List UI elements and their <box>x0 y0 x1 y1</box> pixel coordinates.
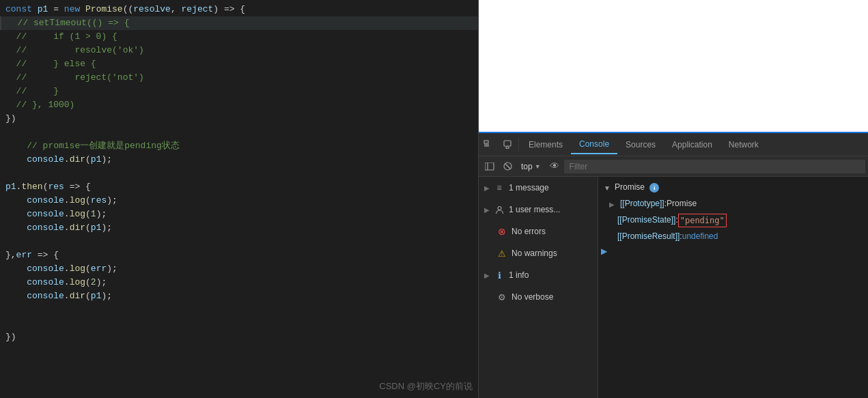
promise-state-key: [[PromiseState]] <box>617 214 675 226</box>
svg-rect-5 <box>485 162 494 170</box>
promise-result-val: undefined <box>682 230 718 242</box>
svg-line-8 <box>505 164 510 169</box>
code-line: // setTimeout(() => { <box>0 16 478 30</box>
devtools-toolbar: Elements Console Sources Application Net… <box>479 132 868 156</box>
code-line: console.log(err); <box>0 262 478 276</box>
code-line: }) <box>0 112 478 126</box>
messages-icon: ≡ <box>494 182 505 193</box>
prototype-val: Promise <box>667 197 697 210</box>
code-content: const p1 = new Promise((resolve, reject)… <box>0 0 478 347</box>
code-line <box>0 235 478 248</box>
tab-network[interactable]: Network <box>720 136 767 154</box>
code-line: // } else { <box>0 57 478 71</box>
devtools-viewport <box>479 0 868 132</box>
expand-arrow: ▶ <box>484 184 490 192</box>
promise-result-line: [[PromiseResult]] : undefined <box>598 229 868 244</box>
code-line <box>0 126 478 139</box>
tab-sources[interactable]: Sources <box>617 136 664 154</box>
console-sidebar: ▶ ≡ 1 message ▶ 1 user mess... ⊗ No <box>479 177 598 398</box>
expand-prototype-btn[interactable]: ▶ <box>609 197 617 211</box>
code-line: // resolve('ok') <box>0 44 478 57</box>
expand-promise-btn[interactable]: ▼ <box>604 181 612 195</box>
promise-state-val: "pending" <box>678 214 727 227</box>
errors-icon: ⊗ <box>496 226 507 237</box>
filter-input[interactable] <box>564 160 865 173</box>
level-selector[interactable]: top ▼ <box>517 160 545 173</box>
svg-rect-3 <box>504 141 511 146</box>
console-body: ▶ ≡ 1 message ▶ 1 user mess... ⊗ No <box>479 177 868 398</box>
prototype-line: ▶ [[Prototype]] : Promise <box>598 196 868 212</box>
sidebar-item-info[interactable]: ▶ ℹ 1 info <box>479 264 598 286</box>
device-icon[interactable] <box>498 135 517 154</box>
expand-arrow: ▶ <box>484 206 490 214</box>
sidebar-info-label: 1 info <box>509 270 529 280</box>
code-line: },err => { <box>0 248 478 262</box>
sidebar-messages-label: 1 message <box>509 183 549 193</box>
user-messages-icon <box>494 204 505 215</box>
prototype-key: [[Prototype]] <box>620 197 664 210</box>
svg-rect-4 <box>506 147 509 149</box>
code-line: // } <box>0 85 478 98</box>
code-line: console.dir(p1); <box>0 289 478 303</box>
code-line: }) <box>0 330 478 344</box>
verbose-icon: ⚙ <box>496 292 507 302</box>
info-icon: ℹ <box>494 270 505 281</box>
code-line <box>0 303 478 317</box>
promise-state-line: [[PromiseState]] : "pending" <box>598 212 868 229</box>
code-line: console.log(2); <box>0 276 478 289</box>
code-line: // if (1 > 0) { <box>0 30 478 44</box>
promise-label: Promise <box>615 182 645 192</box>
tab-console[interactable]: Console <box>571 135 617 154</box>
eye-icon-btn[interactable]: 👁 <box>546 158 563 175</box>
sidebar-toggle-btn[interactable] <box>481 158 498 175</box>
code-line: p1.then(res => { <box>0 180 478 194</box>
promise-result-key: [[PromiseResult]] <box>617 230 680 242</box>
devtools-panel: Elements Console Sources Application Net… <box>478 0 868 398</box>
code-line: // reject('not') <box>0 71 478 85</box>
code-line: const p1 = new Promise((resolve, reject)… <box>0 3 478 16</box>
sidebar-item-warnings[interactable]: ⚠ No warnings <box>479 242 598 264</box>
code-line: console.dir(p1); <box>0 221 478 235</box>
code-line <box>0 317 478 330</box>
tab-application[interactable]: Application <box>664 136 720 154</box>
code-line: // }, 1000) <box>0 98 478 112</box>
code-line: console.log(res); <box>0 194 478 208</box>
right-arrow-icon: ▶ <box>601 245 607 257</box>
sidebar-item-verbose[interactable]: ⚙ No verbose <box>479 286 598 308</box>
sidebar-warnings-label: No warnings <box>512 248 557 258</box>
svg-rect-0 <box>484 141 488 143</box>
sidebar-item-user-messages[interactable]: ▶ 1 user mess... <box>479 199 598 221</box>
csdn-watermark: CSDN @初映CY的前说 <box>379 380 473 393</box>
sidebar-user-label: 1 user mess... <box>509 205 560 214</box>
console-toolbar: top ▼ 👁 <box>479 156 868 177</box>
code-line: console.dir(p1); <box>0 153 478 167</box>
sidebar-errors-label: No errors <box>512 227 546 236</box>
arrow-line: ▶ <box>598 244 868 259</box>
sidebar-item-errors[interactable]: ⊗ No errors <box>479 221 598 242</box>
console-output: ▼ Promise i ▶ [[Prototype]] : Promise [[… <box>598 177 868 398</box>
sidebar-item-messages[interactable]: ▶ ≡ 1 message <box>479 177 598 199</box>
inspect-icon[interactable] <box>479 135 498 154</box>
warnings-icon: ⚠ <box>496 248 507 259</box>
expand-arrow: ▶ <box>484 272 490 279</box>
code-line <box>0 167 478 180</box>
code-line: console.log(1); <box>0 208 478 221</box>
svg-point-9 <box>498 206 501 210</box>
code-editor: const p1 = new Promise((resolve, reject)… <box>0 0 478 398</box>
promise-info-icon: i <box>649 183 659 193</box>
clear-console-btn[interactable] <box>499 158 516 175</box>
code-line: // promise一创建就是pending状态 <box>0 139 478 153</box>
tab-elements[interactable]: Elements <box>520 136 571 154</box>
promise-root-line: ▼ Promise i <box>598 180 868 196</box>
toolbar-divider <box>518 138 519 152</box>
sidebar-verbose-label: No verbose <box>512 292 553 302</box>
